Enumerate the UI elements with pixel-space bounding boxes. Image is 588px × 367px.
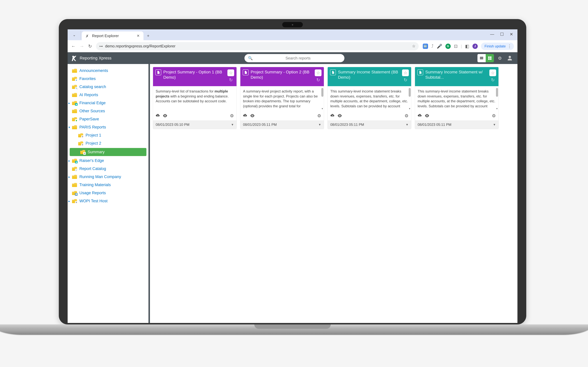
card-footer-dropdown[interactable]: 08/01/2023 05:11 PM ▼: [240, 120, 324, 129]
card-settings-gear-icon[interactable]: ⚙: [317, 113, 321, 118]
sidebar-tree[interactable]: Announcements ★ Favorites 🔍 Catalog sear…: [68, 64, 150, 323]
sidebar-item-wopi-test-host[interactable]: ⚙ WOPI Test Host: [68, 197, 148, 205]
sidebar-item-papersave[interactable]: ◆ PaperSave: [68, 115, 148, 123]
tab-close-icon[interactable]: ✕: [137, 34, 140, 38]
extension-translate-icon[interactable]: 🔤: [423, 44, 428, 49]
camera-notch: [282, 22, 303, 27]
extension-scroll-icon[interactable]: ⤴: [431, 44, 433, 49]
card-description: This summary-level income statement brea…: [415, 86, 499, 111]
bookmark-star-icon[interactable]: ☆: [412, 44, 415, 49]
report-card[interactable]: Project Summary - Option 2 (BB Demo) ☆ ↻…: [240, 67, 324, 129]
history-icon[interactable]: ↻: [316, 77, 320, 83]
header-settings-button[interactable]: ⚙: [496, 54, 504, 62]
favorite-star-button[interactable]: ☆: [402, 69, 409, 76]
sidebar-item-label: Favorites: [79, 76, 96, 81]
sidebar-item-catalog-search[interactable]: 🔍 Catalog search: [68, 83, 148, 91]
new-tab-button[interactable]: +: [145, 33, 151, 39]
sidebar-item-project-1[interactable]: ⚙ Project 1: [68, 131, 148, 139]
preview-eye-icon[interactable]: [250, 113, 255, 118]
site-info-icon[interactable]: ⊶: [99, 44, 103, 48]
side-panel-icon[interactable]: ◧: [465, 44, 469, 49]
history-icon[interactable]: ↻: [404, 77, 407, 83]
favorite-star-button[interactable]: ☆: [489, 69, 496, 76]
preview-eye-icon[interactable]: [337, 113, 342, 118]
scroll-thumb[interactable]: [409, 88, 411, 97]
tab-search-button[interactable]: ⌄: [68, 31, 81, 39]
chevron-down-icon: ▼: [318, 123, 321, 126]
sidebar-item-financial-edge[interactable]: ◆ Financial Edge: [68, 99, 148, 107]
extensions-puzzle-icon[interactable]: ⊡: [454, 44, 458, 49]
sidebar-item-label: Usage Reports: [79, 191, 106, 195]
history-icon[interactable]: ↻: [491, 77, 495, 83]
sidebar-item-usage-reports[interactable]: 📊 Usage Reports: [68, 189, 148, 197]
download-cloud-icon[interactable]: [156, 113, 160, 118]
window-maximize-icon[interactable]: ☐: [500, 32, 504, 37]
sidebar-item-project-2[interactable]: ⚙ Project 2: [68, 139, 148, 147]
download-cloud-icon[interactable]: [418, 113, 422, 118]
sidebar-item-summary[interactable]: ⚙ Summary: [70, 148, 147, 156]
search-input[interactable]: [255, 56, 341, 60]
diamond-badge-icon: ◆: [75, 161, 78, 163]
folder-icon: [72, 183, 77, 187]
download-cloud-icon[interactable]: [243, 113, 247, 118]
favorite-star-button[interactable]: ☆: [315, 69, 321, 76]
scroll-down-caret-icon[interactable]: ▾: [409, 107, 410, 110]
card-timestamp: 08/01/2023 05:11 PM: [418, 123, 451, 127]
sidebar-item-announcements[interactable]: Announcements: [68, 67, 148, 75]
address-bar[interactable]: ⊶ demo.reportingxpress.org/ReportExplore…: [96, 42, 419, 50]
scroll-down-caret-icon[interactable]: ▾: [496, 107, 498, 110]
extension-mic-icon[interactable]: 🎤: [437, 44, 442, 49]
nav-reload-icon[interactable]: ↻: [88, 44, 92, 49]
sidebar-item-other-sources[interactable]: Other Sources: [68, 107, 148, 115]
report-card[interactable]: Summary Income Statement (BB Demo) ☆ ↻ T…: [328, 67, 411, 129]
favorite-star-button[interactable]: ☆: [227, 69, 234, 76]
sidebar-item-raisers-edge[interactable]: ◆ Raiser's Edge: [68, 157, 148, 165]
sidebar-item-training-materials[interactable]: Training Materials: [68, 181, 148, 189]
card-header-actions: ☆ ↻: [227, 69, 234, 83]
window-minimize-icon[interactable]: —: [490, 32, 494, 37]
gear-badge-icon: ⚙: [83, 152, 86, 155]
profile-avatar[interactable]: J: [472, 44, 478, 49]
scroll-thumb[interactable]: [496, 88, 498, 97]
card-footer-dropdown[interactable]: 08/01/2023 05:11 PM ▼: [328, 120, 411, 129]
preview-eye-icon[interactable]: [425, 113, 429, 118]
extension-grammarly-icon[interactable]: G: [445, 44, 451, 49]
browser-tab-active[interactable]: ✗ Report Explorer ✕: [82, 31, 143, 40]
sidebar-item-paris-reports[interactable]: PARIS Reports: [68, 123, 148, 131]
browser-menu-icon[interactable]: ⋮: [507, 44, 511, 49]
brand-name: Reporting Xpress: [80, 56, 112, 60]
cart-badge-icon: 🛒: [75, 169, 78, 171]
finish-update-button[interactable]: Finish update ⋮: [481, 42, 514, 50]
card-footer-dropdown[interactable]: 08/01/2023 05:10 PM ▼: [153, 120, 236, 129]
sidebar-item-label: Summary: [88, 150, 105, 154]
sidebar-item-ai-reports[interactable]: AI Reports: [68, 91, 148, 99]
app-brand[interactable]: Reporting Xpress: [71, 55, 112, 61]
sidebar-item-label: Training Materials: [79, 183, 111, 187]
user-icon: [507, 55, 513, 61]
preview-eye-icon[interactable]: [163, 113, 167, 118]
sidebar-item-report-catalog[interactable]: 🛒 Report Catalog: [68, 165, 148, 173]
download-cloud-icon[interactable]: [330, 113, 335, 118]
folder-icon: ⚙: [78, 141, 83, 145]
card-footer-dropdown[interactable]: 08/01/2023 05:11 PM ▼: [415, 120, 499, 129]
card-settings-gear-icon[interactable]: ⚙: [230, 113, 234, 118]
scroll-down-caret-icon[interactable]: ▾: [322, 107, 323, 110]
main-content: Project Summary - Option 1 (BB Demo) ☆ ↻…: [150, 64, 518, 323]
history-icon[interactable]: ↻: [229, 77, 233, 83]
header-user-button[interactable]: [506, 54, 514, 62]
report-card[interactable]: Summary Income Statement w/ Subtotal... …: [415, 67, 499, 129]
search-reports-field[interactable]: 🔍: [244, 54, 345, 62]
report-card[interactable]: Project Summary - Option 1 (BB Demo) ☆ ↻…: [153, 67, 237, 129]
view-grid-button[interactable]: [486, 54, 494, 62]
gear-badge-icon: ⚙: [81, 143, 84, 146]
sidebar-item-label: Raiser's Edge: [79, 158, 104, 163]
sidebar-item-running-man[interactable]: Running Man Company: [68, 173, 148, 181]
sidebar-item-favorites[interactable]: ★ Favorites: [68, 75, 148, 83]
nav-back-icon[interactable]: ←: [71, 44, 76, 49]
window-close-icon[interactable]: ✕: [510, 32, 513, 37]
nav-forward-icon[interactable]: →: [80, 44, 84, 49]
card-settings-gear-icon[interactable]: ⚙: [405, 113, 408, 118]
scroll-thumb[interactable]: [321, 88, 323, 97]
card-settings-gear-icon[interactable]: ⚙: [492, 113, 496, 118]
view-list-button[interactable]: [477, 54, 486, 62]
